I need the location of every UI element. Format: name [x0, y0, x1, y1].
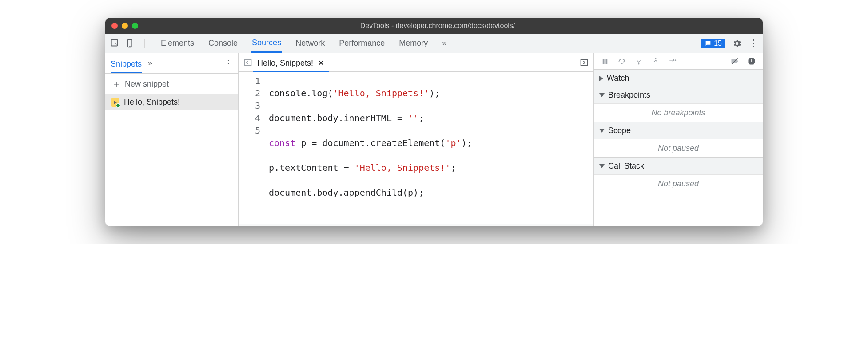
traffic-lights — [111, 23, 138, 29]
snippet-name: Hello, Snippets! — [124, 98, 180, 107]
svg-marker-3 — [114, 101, 117, 104]
svg-rect-4 — [245, 59, 251, 65]
editor-panel: Hello, Snippets! ✕ 1 2 3 4 5 console.log… — [239, 53, 594, 226]
code-editor[interactable]: 1 2 3 4 5 console.log('Hello, Snippets!'… — [239, 72, 593, 224]
debugger-panel: Watch Breakpoints No breakpoints Scope N… — [594, 53, 763, 226]
new-snippet-button[interactable]: ＋ New snippet — [105, 74, 238, 94]
main-toolbar: Elements Console Sources Network Perform… — [105, 34, 763, 53]
pause-icon[interactable] — [600, 56, 610, 66]
navigator-panel: Snippets » ⋮ ＋ New snippet Hello, Snippe… — [105, 53, 239, 226]
close-window-icon[interactable] — [111, 23, 118, 29]
chevron-right-icon — [599, 76, 603, 81]
nav-left-icon[interactable] — [243, 58, 253, 67]
svg-rect-16 — [751, 63, 752, 63]
snippet-list-item[interactable]: Hello, Snippets! — [105, 94, 238, 110]
issues-count: 15 — [714, 39, 722, 47]
line-gutter: 1 2 3 4 5 — [240, 75, 264, 224]
devtools-window: DevTools - developer.chrome.com/docs/dev… — [105, 18, 763, 226]
issues-badge[interactable]: 15 — [701, 39, 725, 48]
watch-section-header[interactable]: Watch — [594, 70, 763, 87]
chevron-down-icon — [599, 164, 605, 168]
navigator-tab-snippets[interactable]: Snippets — [111, 58, 142, 73]
zoom-window-icon[interactable] — [132, 23, 138, 29]
svg-point-12 — [675, 59, 676, 61]
window-title: DevTools - developer.chrome.com/docs/dev… — [145, 22, 757, 30]
svg-rect-15 — [751, 59, 752, 62]
device-toggle-icon[interactable] — [125, 38, 135, 49]
deactivate-breakpoints-icon[interactable] — [730, 56, 740, 66]
new-snippet-label: New snippet — [125, 79, 169, 89]
text-cursor — [424, 188, 424, 198]
settings-gear-icon[interactable] — [732, 38, 742, 49]
panel-tabs: Elements Console Sources Network Perform… — [160, 34, 447, 52]
svg-rect-5 — [581, 59, 588, 65]
snippet-file-icon — [111, 98, 119, 107]
code-content[interactable]: console.log('Hello, Snippets!'); documen… — [264, 75, 592, 224]
inspect-element-icon[interactable] — [110, 38, 120, 49]
navigator-overflow-icon[interactable]: » — [148, 57, 152, 70]
pause-on-exceptions-icon[interactable] — [747, 56, 757, 66]
breakpoints-section-header[interactable]: Breakpoints — [594, 87, 763, 103]
step-icon[interactable] — [668, 56, 677, 66]
editor-status-bar: { } Line 5, Column 30 ⌘+Enter Coverage: … — [239, 224, 593, 226]
scope-empty: Not paused — [594, 139, 763, 157]
close-tab-icon[interactable]: ✕ — [318, 58, 324, 68]
step-into-icon[interactable] — [634, 56, 644, 66]
editor-file-tab[interactable]: Hello, Snippets! ✕ — [253, 55, 329, 72]
editor-file-name: Hello, Snippets! — [257, 59, 313, 68]
navigator-menu-icon[interactable]: ⋮ — [224, 58, 233, 69]
scope-section-header[interactable]: Scope — [594, 122, 763, 139]
tab-elements[interactable]: Elements — [160, 35, 195, 52]
window-titlebar: DevTools - developer.chrome.com/docs/dev… — [105, 18, 763, 34]
chevron-down-icon — [599, 129, 605, 133]
tab-sources[interactable]: Sources — [251, 34, 282, 53]
tab-console[interactable]: Console — [207, 35, 239, 52]
svg-rect-7 — [606, 59, 608, 64]
step-over-icon[interactable] — [617, 56, 627, 66]
nav-right-icon[interactable] — [579, 58, 589, 67]
chevron-down-icon — [599, 93, 605, 97]
kebab-menu-icon[interactable]: ⋮ — [749, 38, 758, 49]
svg-rect-0 — [111, 39, 118, 46]
tab-network[interactable]: Network — [295, 35, 326, 52]
svg-point-9 — [638, 63, 640, 65]
minimize-window-icon[interactable] — [122, 23, 128, 29]
tab-performance[interactable]: Performance — [338, 35, 386, 52]
svg-point-10 — [655, 58, 657, 59]
svg-rect-6 — [603, 59, 605, 64]
svg-point-8 — [621, 63, 622, 64]
tab-memory[interactable]: Memory — [398, 35, 429, 52]
tabs-overflow-icon[interactable]: » — [441, 35, 447, 52]
callstack-empty: Not paused — [594, 174, 763, 193]
breakpoints-empty: No breakpoints — [594, 103, 763, 122]
callstack-section-header[interactable]: Call Stack — [594, 157, 763, 174]
step-out-icon[interactable] — [651, 56, 661, 66]
plus-icon: ＋ — [111, 77, 121, 90]
debugger-toolbar — [594, 53, 763, 70]
